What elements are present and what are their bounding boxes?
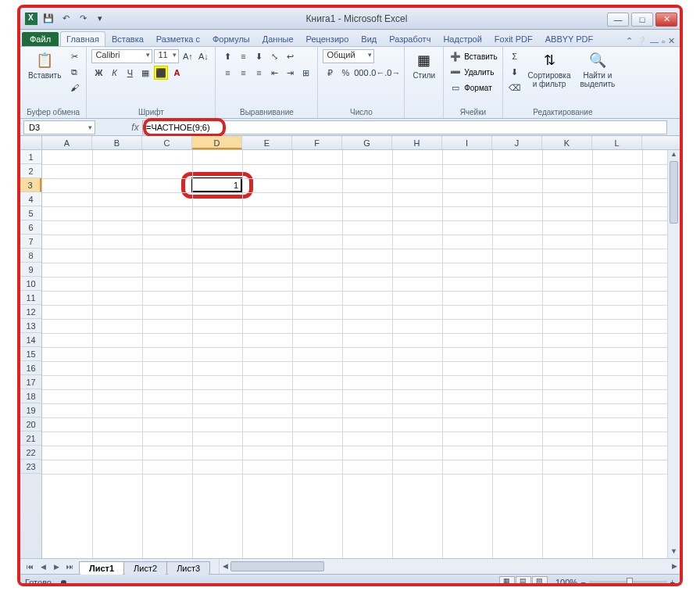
sheet-tab-1[interactable]: Лист1 (79, 561, 124, 575)
paste-button[interactable]: 📋 Вставить (25, 49, 64, 81)
row-header-14[interactable]: 14 (20, 333, 41, 347)
row-header-21[interactable]: 21 (20, 432, 41, 446)
help-icon[interactable]: ❔ (636, 36, 647, 46)
zoom-in-icon[interactable]: + (670, 578, 675, 587)
delete-cells-icon[interactable]: ➖ (448, 65, 462, 79)
align-top-icon[interactable]: ⬆ (220, 49, 234, 63)
tab-formulas[interactable]: Формулы (206, 31, 256, 46)
view-layout-icon[interactable]: ▤ (516, 576, 531, 587)
align-center-icon[interactable]: ≡ (236, 66, 250, 80)
row-header-22[interactable]: 22 (20, 446, 41, 460)
wrap-text-icon[interactable]: ↩ (283, 49, 297, 63)
autosum-icon[interactable]: Σ (508, 49, 522, 63)
sort-filter-button[interactable]: ⇅ Сортировка и фильтр (525, 49, 574, 90)
orientation-icon[interactable]: ⤡ (267, 49, 281, 63)
name-box[interactable]: D3 (23, 120, 95, 134)
fill-icon[interactable]: ⬇ (508, 65, 522, 79)
select-all-corner[interactable] (20, 136, 42, 149)
format-cells-icon[interactable]: ▭ (448, 81, 462, 95)
tab-addins[interactable]: Надстрой (437, 31, 488, 46)
horizontal-scrollbar[interactable]: ◀ ▶ (219, 559, 680, 574)
tab-foxit[interactable]: Foxit PDF (488, 31, 539, 46)
redo-icon[interactable]: ↷ (77, 13, 89, 25)
grow-font-icon[interactable]: A↑ (180, 49, 195, 63)
row-header-2[interactable]: 2 (20, 164, 41, 178)
col-header-J[interactable]: J (492, 136, 542, 149)
hscroll-thumb[interactable] (230, 561, 324, 571)
font-color-icon[interactable]: A (170, 66, 184, 80)
row-header-20[interactable]: 20 (20, 417, 41, 432)
indent-dec-icon[interactable]: ⇤ (267, 66, 281, 80)
align-bottom-icon[interactable]: ⬇ (252, 49, 266, 63)
row-header-5[interactable]: 5 (20, 206, 41, 220)
tab-data[interactable]: Данные (256, 31, 300, 46)
maximize-button[interactable]: □ (631, 13, 653, 27)
view-break-icon[interactable]: ▧ (532, 576, 548, 587)
row-header-9[interactable]: 9 (20, 263, 41, 277)
border-icon[interactable]: ▦ (138, 66, 152, 80)
row-header-19[interactable]: 19 (20, 403, 41, 417)
styles-button[interactable]: ▦ Стили (409, 49, 438, 81)
vertical-scrollbar[interactable]: ▲ ▼ (667, 150, 680, 558)
save-icon[interactable]: 💾 (42, 13, 55, 25)
row-header-3[interactable]: 3 (20, 178, 41, 192)
row-header-15[interactable]: 15 (20, 347, 41, 361)
comma-icon[interactable]: 000 (354, 66, 368, 80)
tab-view[interactable]: Вид (355, 31, 383, 46)
col-header-A[interactable]: A (42, 136, 92, 149)
col-header-G[interactable]: G (342, 136, 392, 149)
tab-developer[interactable]: Разработч (383, 31, 437, 46)
row-header-11[interactable]: 11 (20, 291, 41, 305)
row-header-17[interactable]: 17 (20, 375, 41, 389)
close-button[interactable]: ✕ (655, 13, 677, 27)
align-right-icon[interactable]: ≡ (252, 66, 266, 80)
find-select-button[interactable]: 🔍 Найти и выделить (577, 49, 618, 90)
col-header-D[interactable]: D (192, 136, 242, 149)
italic-icon[interactable]: К (107, 66, 121, 80)
minimize-button[interactable]: — (607, 13, 629, 27)
fill-color-icon[interactable]: ⬛ (154, 66, 168, 80)
sheet-tab-3[interactable]: Лист3 (166, 561, 210, 575)
col-header-I[interactable]: I (442, 136, 492, 149)
row-header-10[interactable]: 10 (20, 277, 41, 291)
sheet-last-icon[interactable]: ⏭ (63, 561, 76, 573)
inc-decimal-icon[interactable]: .0← (370, 66, 384, 80)
tab-home[interactable]: Главная (60, 31, 105, 46)
col-header-C[interactable]: C (142, 136, 192, 149)
sheet-tab-2[interactable]: Лист2 (123, 561, 167, 575)
row-header-1[interactable]: 1 (20, 150, 41, 164)
underline-icon[interactable]: Ч (123, 66, 137, 80)
row-header-4[interactable]: 4 (20, 192, 41, 206)
sheet-first-icon[interactable]: ⏮ (23, 561, 36, 573)
dec-decimal-icon[interactable]: .0→ (385, 66, 399, 80)
merge-icon[interactable]: ⊞ (298, 66, 312, 80)
font-size-combo[interactable]: 11 (154, 49, 179, 63)
sheet-next-icon[interactable]: ▶ (50, 561, 62, 573)
scroll-left-icon[interactable]: ◀ (220, 559, 230, 574)
row-header-13[interactable]: 13 (20, 319, 41, 333)
row-header-8[interactable]: 8 (20, 249, 41, 263)
col-header-H[interactable]: H (392, 136, 442, 149)
row-header-6[interactable]: 6 (20, 220, 41, 235)
align-middle-icon[interactable]: ≡ (236, 49, 250, 63)
ribbon-minimize-icon[interactable]: ⌃ (626, 36, 633, 46)
number-format-combo[interactable]: Общий (323, 49, 374, 63)
row-header-18[interactable]: 18 (20, 389, 41, 403)
currency-icon[interactable]: ₽ (323, 66, 337, 80)
zoom-out-icon[interactable]: − (580, 578, 585, 587)
tab-layout[interactable]: Разметка с (150, 31, 206, 46)
col-header-E[interactable]: E (242, 136, 292, 149)
bold-icon[interactable]: Ж (91, 66, 105, 80)
vscroll-thumb[interactable] (670, 161, 678, 224)
row-header-16[interactable]: 16 (20, 361, 41, 375)
clear-icon[interactable]: ⌫ (508, 81, 522, 95)
sheet-prev-icon[interactable]: ◀ (37, 561, 49, 573)
copy-icon[interactable]: ⧉ (67, 65, 81, 79)
row-header-7[interactable]: 7 (20, 235, 41, 249)
format-painter-icon[interactable]: 🖌 (67, 81, 81, 95)
col-header-F[interactable]: F (292, 136, 342, 149)
align-left-icon[interactable]: ≡ (220, 66, 234, 80)
scroll-right-icon[interactable]: ▶ (669, 559, 680, 574)
col-header-K[interactable]: K (542, 136, 592, 149)
zoom-slider[interactable] (589, 581, 667, 584)
